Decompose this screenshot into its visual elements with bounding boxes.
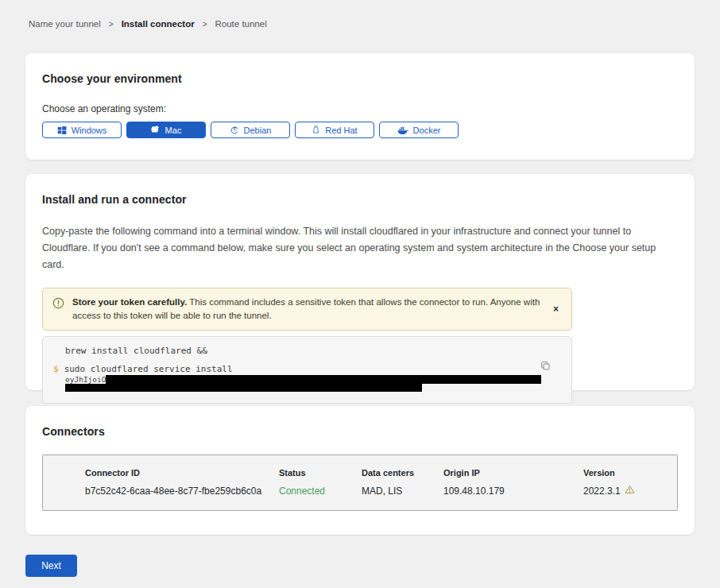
command-line-2: $sudo cloudflared service install: [53, 364, 571, 374]
command-line-1: brew install cloudflared &&: [65, 346, 571, 356]
alert-circle-icon: [52, 297, 64, 312]
install-description: Copy-paste the following command into a …: [42, 223, 678, 273]
breadcrumb: Name your tunnel > Install connector > R…: [0, 0, 720, 29]
token-warning-title: Store your token carefully.: [72, 297, 187, 307]
origin-ip-cell: 109.48.10.179: [443, 485, 583, 497]
token-prefix: eyJhIjoiO: [65, 375, 106, 384]
redacted-token-bar: [65, 384, 422, 392]
table-row: b7c52c42-6caa-48ee-8c77-fbe259cb6c0a Con…: [85, 485, 677, 497]
table-header-row: Connector ID Status Data centers Origin …: [85, 468, 677, 478]
windows-icon: [57, 126, 67, 135]
warning-triangle-icon: [625, 485, 635, 497]
next-button[interactable]: Next: [25, 555, 77, 577]
debian-icon: [230, 126, 239, 135]
col-header-data-centers: Data centers: [362, 468, 443, 478]
os-select-label: Choose an operating system:: [42, 103, 678, 114]
status-badge: Connected: [279, 485, 362, 497]
shell-prompt: $: [53, 364, 59, 374]
breadcrumb-name-your-tunnel[interactable]: Name your tunnel: [29, 19, 101, 29]
redhat-linux-penguin-icon: [312, 125, 320, 135]
col-header-status: Status: [279, 468, 362, 478]
install-connector-card: Install and run a connector Copy-paste t…: [25, 174, 695, 390]
token-warning-text: Store your token carefully. This command…: [72, 296, 542, 323]
os-button-debian[interactable]: Debian: [211, 122, 290, 138]
col-header-connector-id: Connector ID: [85, 468, 279, 478]
os-button-mac[interactable]: Mac: [126, 122, 206, 138]
redacted-token-bar: [106, 375, 541, 384]
breadcrumb-separator: >: [109, 20, 114, 29]
install-card-title: Install and run a connector: [42, 193, 678, 206]
os-button-windows[interactable]: Windows: [42, 122, 122, 138]
connectors-card-title: Connectors: [42, 425, 678, 438]
os-button-group: Windows Mac Debian: [42, 122, 678, 138]
os-button-label: Windows: [72, 126, 107, 135]
install-command-block: brew install cloudflared && $sudo cloudf…: [42, 336, 572, 404]
version-value: 2022.3.1: [583, 485, 621, 497]
breadcrumb-route-tunnel[interactable]: Route tunnel: [215, 19, 267, 29]
copy-icon[interactable]: [539, 359, 552, 375]
choose-environment-card: Choose your environment Choose an operat…: [25, 53, 695, 160]
apple-icon: [151, 125, 161, 135]
connectors-table: Connector ID Status Data centers Origin …: [42, 455, 678, 511]
token-warning-banner: Store your token carefully. This command…: [42, 288, 572, 331]
os-button-redhat[interactable]: Red Hat: [295, 122, 374, 138]
col-header-version: Version: [583, 468, 677, 478]
command-line-2-text: sudo cloudflared service install: [64, 364, 233, 374]
os-button-label: Debian: [244, 126, 272, 135]
data-centers-cell: MAD, LIS: [362, 485, 443, 497]
docker-whale-icon: [397, 126, 408, 135]
close-icon[interactable]: ×: [550, 302, 562, 316]
breadcrumb-separator: >: [203, 20, 207, 29]
breadcrumb-install-connector[interactable]: Install connector: [122, 19, 195, 29]
os-button-label: Docker: [413, 126, 441, 135]
os-button-docker[interactable]: Docker: [379, 122, 459, 138]
col-header-origin-ip: Origin IP: [443, 468, 583, 478]
version-cell: 2022.3.1: [583, 485, 677, 497]
connector-id-cell: b7c52c42-6caa-48ee-8c77-fbe259cb6c0a: [85, 485, 279, 497]
token-line: eyJhIjoiO: [65, 375, 571, 384]
connectors-card: Connectors Connector ID Status Data cent…: [25, 406, 695, 535]
os-button-label: Mac: [165, 126, 182, 135]
os-button-label: Red Hat: [325, 126, 357, 135]
environment-card-title: Choose your environment: [42, 72, 678, 85]
